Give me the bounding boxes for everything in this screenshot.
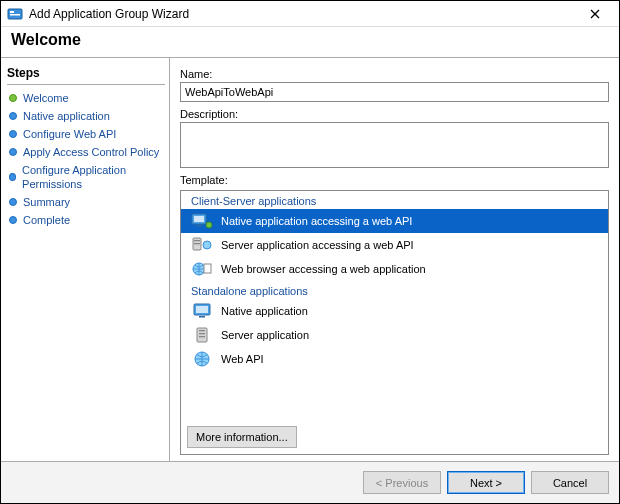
step-label: Native application bbox=[23, 109, 110, 123]
svg-rect-19 bbox=[199, 330, 205, 331]
template-list[interactable]: Client-Server applications Native applic… bbox=[180, 190, 609, 455]
step-label: Summary bbox=[23, 195, 70, 209]
globe-window-icon bbox=[191, 260, 213, 278]
step-label: Configure Web API bbox=[23, 127, 116, 141]
server-icon bbox=[191, 326, 213, 344]
footer: < Previous Next > Cancel bbox=[1, 461, 619, 503]
step-label: Welcome bbox=[23, 91, 69, 105]
template-item-label: Native application accessing a web API bbox=[221, 215, 412, 227]
close-button[interactable] bbox=[577, 3, 613, 25]
template-item-label: Web browser accessing a web application bbox=[221, 263, 426, 275]
step-welcome[interactable]: Welcome bbox=[7, 89, 165, 107]
step-label: Complete bbox=[23, 213, 70, 227]
app-icon bbox=[7, 6, 23, 22]
step-configure-permissions[interactable]: Configure Application Permissions bbox=[7, 161, 165, 193]
step-label: Configure Application Permissions bbox=[22, 163, 163, 191]
more-info-container: More information... bbox=[187, 426, 297, 448]
previous-button: < Previous bbox=[363, 471, 441, 494]
monitor-icon bbox=[191, 302, 213, 320]
svg-rect-1 bbox=[10, 11, 14, 13]
step-complete[interactable]: Complete bbox=[7, 211, 165, 229]
more-information-button[interactable]: More information... bbox=[187, 426, 297, 448]
template-label: Template: bbox=[180, 174, 609, 186]
svg-rect-11 bbox=[194, 243, 200, 244]
step-label: Apply Access Control Policy bbox=[23, 145, 159, 159]
svg-rect-16 bbox=[196, 306, 208, 313]
svg-rect-14 bbox=[204, 264, 211, 273]
svg-point-8 bbox=[206, 222, 212, 228]
svg-rect-10 bbox=[194, 240, 200, 241]
svg-rect-20 bbox=[199, 333, 205, 334]
template-item-label: Server application accessing a web API bbox=[221, 239, 414, 251]
group-client-server: Client-Server applications bbox=[181, 191, 608, 209]
template-item-label: Native application bbox=[221, 305, 308, 317]
page-title: Welcome bbox=[1, 27, 619, 57]
name-label: Name: bbox=[180, 68, 609, 80]
svg-rect-21 bbox=[199, 336, 205, 337]
svg-rect-7 bbox=[196, 225, 202, 227]
step-native-application[interactable]: Native application bbox=[7, 107, 165, 125]
titlebar: Add Application Group Wizard bbox=[1, 1, 619, 27]
globe-icon bbox=[191, 350, 213, 368]
svg-point-12 bbox=[203, 241, 211, 249]
window-title: Add Application Group Wizard bbox=[29, 7, 577, 21]
step-configure-web-api[interactable]: Configure Web API bbox=[7, 125, 165, 143]
template-browser-access-app[interactable]: Web browser accessing a web application bbox=[181, 257, 608, 281]
steps-sidebar: Steps Welcome Native application Configu… bbox=[1, 58, 169, 461]
server-link-icon bbox=[191, 236, 213, 254]
template-item-label: Server application bbox=[221, 329, 309, 341]
step-apply-policy[interactable]: Apply Access Control Policy bbox=[7, 143, 165, 161]
name-input[interactable] bbox=[180, 82, 609, 102]
group-standalone: Standalone applications bbox=[181, 281, 608, 299]
template-server-app[interactable]: Server application bbox=[181, 323, 608, 347]
template-item-label: Web API bbox=[221, 353, 264, 365]
monitor-link-icon bbox=[191, 212, 213, 230]
main-panel: Name: Description: Template: Client-Serv… bbox=[170, 58, 619, 461]
next-button[interactable]: Next > bbox=[447, 471, 525, 494]
template-native-app[interactable]: Native application bbox=[181, 299, 608, 323]
svg-rect-2 bbox=[10, 14, 20, 16]
template-server-access-api[interactable]: Server application accessing a web API bbox=[181, 233, 608, 257]
steps-header: Steps bbox=[7, 64, 165, 85]
description-label: Description: bbox=[180, 108, 609, 120]
description-input[interactable] bbox=[180, 122, 609, 168]
cancel-button[interactable]: Cancel bbox=[531, 471, 609, 494]
svg-rect-17 bbox=[199, 316, 205, 318]
svg-rect-6 bbox=[194, 216, 204, 222]
wizard-window: Add Application Group Wizard Welcome Ste… bbox=[0, 0, 620, 504]
step-summary[interactable]: Summary bbox=[7, 193, 165, 211]
template-web-api[interactable]: Web API bbox=[181, 347, 608, 371]
template-native-access-api[interactable]: Native application accessing a web API bbox=[181, 209, 608, 233]
